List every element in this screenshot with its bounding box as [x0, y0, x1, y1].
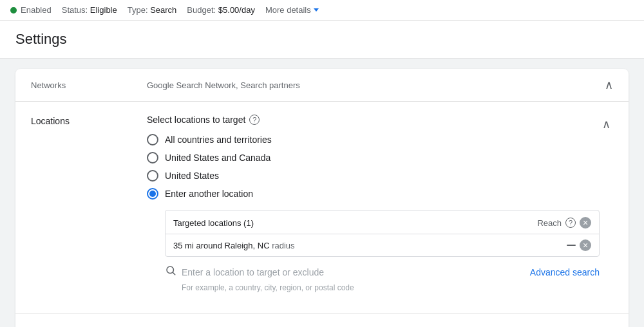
- status-value: Eligible: [90, 5, 117, 15]
- radio-circle-us-canada: [147, 152, 158, 164]
- enabled-status: Enabled: [10, 5, 52, 15]
- chevron-down-icon: [314, 8, 319, 12]
- search-area: Advanced search For example, a country, …: [165, 265, 600, 303]
- type-value: Search: [150, 5, 176, 15]
- close-targeted-header-icon[interactable]: [580, 217, 591, 229]
- svg-point-0: [167, 266, 174, 274]
- budget-value: $5.00/day: [218, 5, 255, 15]
- radio-circle-other: [147, 188, 158, 200]
- radio-us[interactable]: United States: [147, 170, 600, 182]
- targeted-actions: [567, 239, 591, 251]
- settings-card: Networks Google Search Network, Search p…: [15, 69, 629, 327]
- targeted-location-text: 35 mi around Raleigh, NC radius: [173, 241, 295, 250]
- radio-label-us-canada: United States and Canada: [165, 153, 270, 163]
- locations-content: Select locations to target ? All countri…: [147, 115, 600, 303]
- networks-value: Google Search Network, Search partners: [147, 80, 605, 90]
- reach-label: Reach: [537, 218, 562, 228]
- card-footer: CANCEL SAVE: [15, 313, 629, 327]
- locations-label: Locations: [31, 115, 147, 126]
- locations-section: Locations Select locations to target ? A…: [15, 102, 629, 303]
- save-button[interactable]: SAVE: [573, 321, 613, 327]
- minus-icon[interactable]: [567, 245, 576, 246]
- type-label: Type: Search: [128, 5, 177, 15]
- main-content: Networks Google Search Network, Search p…: [0, 59, 644, 327]
- page-title: Settings: [0, 21, 644, 59]
- targeted-location-row: 35 mi around Raleigh, NC radius: [166, 234, 599, 256]
- budget-label: Budget: $5.00/day: [187, 5, 255, 15]
- cancel-button[interactable]: CANCEL: [514, 321, 568, 327]
- enabled-dot: [10, 7, 17, 14]
- radio-label-us: United States: [165, 171, 219, 181]
- radio-other-location[interactable]: Enter another location: [147, 188, 600, 200]
- radio-all-countries[interactable]: All countries and territories: [147, 134, 600, 145]
- page: Settings Networks Google Search Network,…: [0, 21, 644, 327]
- reach-help-icon[interactable]: ?: [565, 218, 576, 228]
- location-search-input[interactable]: [182, 267, 525, 277]
- status-bar: Enabled Status: Eligible Type: Search Bu…: [0, 0, 644, 21]
- remove-location-icon[interactable]: [580, 239, 591, 251]
- radio-label-all: All countries and territories: [165, 135, 272, 145]
- advanced-search-link[interactable]: Advanced search: [530, 267, 600, 277]
- radio-us-canada[interactable]: United States and Canada: [147, 152, 600, 164]
- targeted-reach: Reach ?: [537, 217, 591, 229]
- search-row: Advanced search: [165, 265, 600, 279]
- select-locations-label: Select locations to target ?: [147, 115, 600, 125]
- targeted-locations-box: Targeted locations (1) Reach ? 35 mi aro…: [165, 210, 600, 257]
- targeted-header: Targeted locations (1) Reach ?: [166, 210, 599, 234]
- locations-header: Locations Select locations to target ? A…: [31, 115, 613, 303]
- networks-chevron-icon[interactable]: ∧: [605, 78, 613, 92]
- status-label: Status: Eligible: [62, 5, 117, 15]
- networks-row: Networks Google Search Network, Search p…: [15, 69, 629, 102]
- enabled-label: Enabled: [21, 5, 52, 15]
- search-icon: [165, 265, 176, 279]
- more-details-label: More details: [265, 5, 311, 15]
- collapse-locations-icon[interactable]: ∧: [600, 115, 613, 134]
- status-key: Status:: [62, 5, 88, 15]
- search-hint: For example, a country, city, region, or…: [182, 283, 600, 292]
- targeted-location-bold: 35 mi around Raleigh, NC: [173, 241, 270, 250]
- budget-key: Budget:: [187, 5, 216, 15]
- networks-label: Networks: [31, 80, 147, 90]
- radio-circle-us: [147, 170, 158, 182]
- radio-label-other: Enter another location: [165, 189, 253, 199]
- targeted-location-rest: radius: [270, 241, 295, 250]
- more-details-link[interactable]: More details: [265, 5, 319, 15]
- radio-circle-all: [147, 134, 158, 145]
- type-key: Type:: [128, 5, 148, 15]
- targeted-title: Targeted locations (1): [173, 218, 254, 228]
- svg-line-1: [173, 272, 175, 274]
- help-icon[interactable]: ?: [249, 115, 260, 125]
